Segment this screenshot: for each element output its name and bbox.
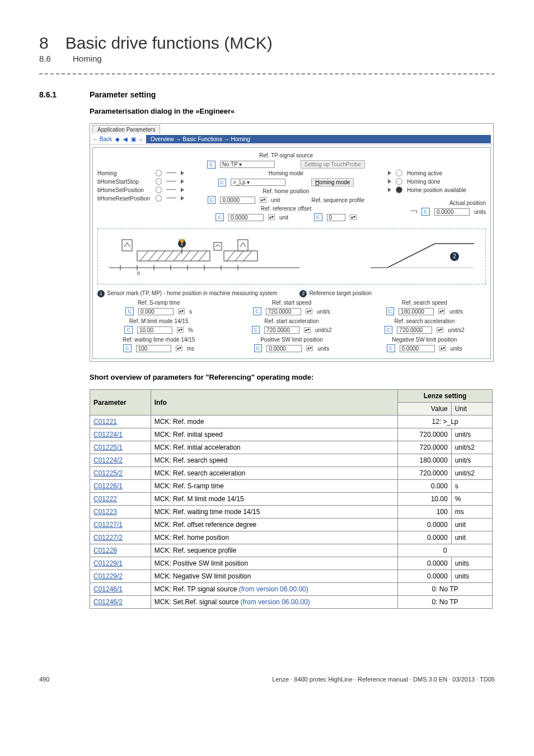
table-row-info: MCK: Ref. TP signal source (from version… (151, 583, 397, 596)
actual-pos-field: 0.0000 (434, 208, 470, 216)
table-row-param[interactable]: C01224/1 (90, 428, 151, 441)
seq-profile-field[interactable]: 0 (327, 214, 345, 221)
port-icon (396, 178, 402, 185)
c-icon[interactable]: C (421, 208, 430, 216)
c-icon[interactable]: C (386, 307, 395, 315)
table-row-unit: s (451, 480, 492, 493)
table-row-unit: unit/s2 (451, 441, 492, 454)
spinner-icon[interactable]: ▴▾ (177, 327, 184, 333)
home-pos-field[interactable]: 0.0000 (220, 197, 255, 204)
table-row-info: MCK: Set.Ref. signal source (from versio… (151, 596, 397, 609)
param-field[interactable]: 0.0000 (400, 345, 435, 352)
table-row-param[interactable]: C01227/2 (90, 531, 151, 544)
c-icon[interactable]: C (385, 326, 393, 334)
c-icon[interactable]: C (123, 344, 132, 352)
table-row-param[interactable]: C01246/2 (90, 596, 151, 609)
param-field[interactable]: 100 (136, 345, 171, 352)
table-row-value: 720.0000 (398, 467, 452, 480)
c-icon[interactable]: C (125, 307, 134, 315)
svg-rect-23 (238, 240, 248, 251)
spinner-icon[interactable]: ▴▾ (439, 346, 446, 351)
param-field[interactable]: 0.0000 (266, 345, 302, 352)
c-icon[interactable]: C (208, 196, 216, 204)
subsection-title: Parameter setting (90, 90, 156, 99)
nav-icon[interactable]: ⌂ (139, 136, 143, 142)
spinner-icon[interactable]: ▴▾ (260, 197, 266, 203)
table-row-param[interactable]: C01227/1 (90, 519, 151, 531)
table-row-param[interactable]: C01226/1 (90, 480, 151, 493)
homing-mode-button[interactable]: Homing mode (311, 178, 354, 186)
table-row-value: 0.0000 (398, 570, 452, 583)
table-row-unit: % (451, 493, 492, 506)
setup-touchprobe-button[interactable]: Setting up TouchProbe (301, 160, 365, 169)
c-icon[interactable]: C (216, 213, 224, 221)
homing-mode-label: Homing mode (190, 170, 382, 176)
param-field[interactable]: 180.0000 (399, 308, 434, 315)
c-icon[interactable]: C (124, 326, 133, 334)
table-row-param[interactable]: C01246/1 (90, 583, 151, 596)
spinner-icon[interactable]: ▴▾ (306, 346, 313, 351)
nav-icon[interactable]: ▣ (131, 136, 136, 142)
table-row-param[interactable]: C01229/1 (90, 557, 151, 570)
legend-1: Sensor mark (TP, MP) - home position in … (107, 290, 277, 296)
param-label: Ref. S-ramp time (97, 300, 220, 306)
c-icon[interactable]: C (207, 161, 216, 169)
c-icon[interactable]: C (252, 326, 260, 334)
parameter-dialog: Application Parameters ← Back ◆ ◀ ▣ ⌂ Ov… (90, 123, 494, 362)
spinner-icon[interactable]: ▴▾ (350, 214, 357, 220)
table-row-param[interactable]: C01222 (90, 493, 151, 506)
spinner-icon[interactable]: ▴▾ (304, 327, 311, 333)
io-reset-position: bHomeResetPosition (97, 195, 151, 202)
table-row-param[interactable]: C01224/2 (90, 454, 151, 467)
table-row-param[interactable]: C01228 (90, 544, 151, 557)
spinner-icon[interactable]: ▴▾ (176, 346, 182, 351)
param-field[interactable]: 720.0000 (266, 308, 301, 315)
page-number: 490 (39, 676, 49, 683)
table-row-param[interactable]: C01225/1 (90, 441, 151, 454)
param-field[interactable]: 720.0000 (264, 326, 299, 334)
spinner-icon[interactable]: ▴▾ (268, 214, 275, 220)
table-row-param[interactable]: C01229/2 (90, 570, 151, 583)
nav-icon[interactable]: ◆ (115, 136, 120, 142)
tab-app-params[interactable]: Application Parameters (92, 125, 160, 134)
table-row-unit: unit/s2 (451, 467, 492, 480)
table-row-info: MCK: Ref. search speed (151, 454, 397, 467)
table-row-info: MCK: Ref. S-ramp time (151, 480, 397, 493)
table-row-info: MCK: Positive SW limit position (151, 557, 397, 570)
c-icon[interactable]: C (253, 307, 261, 315)
out-active: Homing active (407, 170, 442, 176)
table-row-value: 100 (398, 506, 452, 519)
spinner-icon[interactable]: ▴▾ (437, 327, 443, 333)
c-icon[interactable]: C (218, 179, 227, 186)
legend-marker-icon: 1 (97, 290, 105, 297)
param-field[interactable]: 720.0000 (397, 326, 432, 334)
homing-mode-select[interactable]: >_Lp ▾ (231, 179, 285, 186)
tp-source-select[interactable]: No TP ▾ (220, 161, 275, 168)
param-field[interactable]: 10.00 (137, 326, 172, 334)
nav-icon[interactable]: ◀ (123, 136, 128, 142)
table-row-unit: units (451, 570, 492, 583)
c-icon[interactable]: C (387, 344, 395, 352)
table-row-value: 0.0000 (398, 531, 452, 544)
spinner-icon[interactable]: ▴▾ (178, 309, 185, 314)
table-row-value: 10.00 (398, 493, 452, 506)
port-icon (396, 186, 402, 193)
legend-2: Reference target position (309, 290, 372, 296)
th-value: Value (398, 403, 452, 416)
ref-offset-field[interactable]: 0.0000 (228, 214, 264, 221)
back-button[interactable]: ← Back (92, 136, 112, 142)
table-row-info: MCK: Negative SW limit position (151, 570, 397, 583)
table-row-param[interactable]: C01223 (90, 506, 151, 519)
table-row-param[interactable]: C01225/2 (90, 467, 151, 480)
spinner-icon[interactable]: ▴▾ (306, 309, 312, 314)
c-icon[interactable]: C (254, 344, 263, 352)
chapter-title: Basic drive functions (MCK) (65, 34, 273, 53)
table-row-param[interactable]: C01221 (90, 416, 151, 428)
param-field[interactable]: 0.000 (138, 308, 174, 315)
c-icon[interactable]: C (314, 213, 322, 221)
param-label: Ref. search acceleration (363, 318, 486, 324)
spinner-icon[interactable]: ▴▾ (438, 309, 445, 314)
table-row-value: 0: No TP (398, 596, 493, 609)
actual-pos-label: Actual position (388, 200, 486, 206)
port-icon (156, 170, 162, 176)
